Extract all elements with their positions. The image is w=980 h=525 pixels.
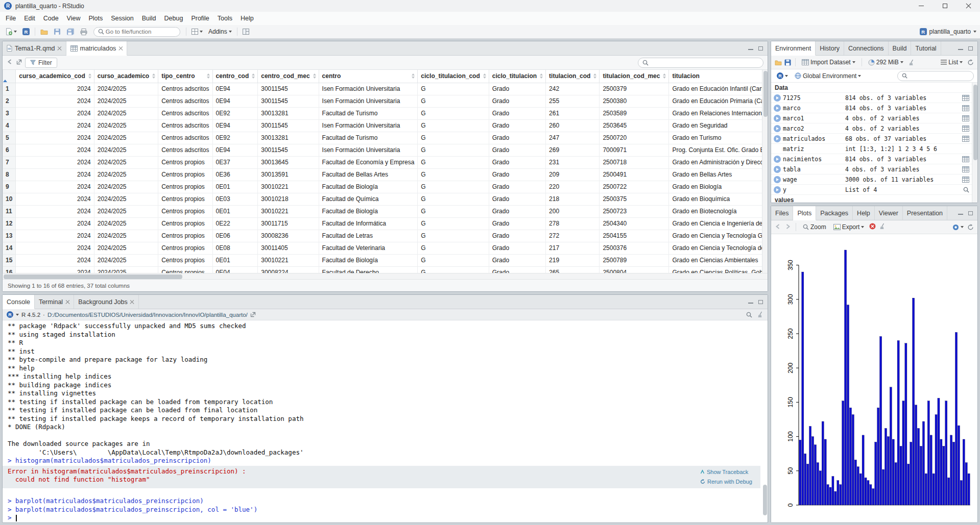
- filter-button[interactable]: Filter: [25, 58, 57, 68]
- project-menu-button[interactable]: R plantilla_quarto: [920, 28, 976, 35]
- column-header-ciclo_titulacion_cod[interactable]: ciclo_titulacion_cod: [418, 70, 489, 83]
- close-tab-icon[interactable]: [118, 46, 123, 51]
- environment-selector[interactable]: Global Environment: [793, 71, 863, 81]
- column-header-titulacion_cod[interactable]: titulacion_cod: [546, 70, 600, 83]
- maximize-pane-icon[interactable]: [758, 46, 763, 51]
- remove-plot-button[interactable]: [869, 223, 876, 231]
- menu-view[interactable]: View: [63, 13, 85, 24]
- table-row[interactable]: 1220242024/2025Centros propios0E22300117…: [3, 217, 768, 230]
- table-row[interactable]: 620242024/2025Centros adscritos0E9430011…: [3, 144, 768, 156]
- tab-connections[interactable]: Connections: [844, 41, 889, 55]
- close-tab-icon[interactable]: [130, 300, 134, 304]
- addins-button[interactable]: Addins: [206, 27, 234, 36]
- minimize-button[interactable]: [910, 0, 933, 12]
- tab-console[interactable]: Console: [3, 295, 35, 309]
- open-folder-icon[interactable]: [775, 60, 782, 65]
- column-header-titulacion[interactable]: titulacion: [669, 70, 768, 83]
- tab-environment[interactable]: Environment: [771, 41, 816, 56]
- tab-terminal[interactable]: Terminal: [35, 295, 74, 309]
- tab-history[interactable]: History: [816, 41, 844, 55]
- env-object-matriz[interactable]: matrizint [1:3, 1:2] 1 2 3 4 5 6: [771, 144, 977, 154]
- column-header-centro_cod[interactable]: centro_cod: [212, 70, 258, 83]
- close-tab-icon[interactable]: [65, 300, 69, 304]
- minimize-pane-icon[interactable]: [958, 47, 963, 50]
- table-row[interactable]: 820242024/2025Centros propios0E363001359…: [3, 168, 768, 181]
- minimize-pane-icon[interactable]: [748, 301, 753, 304]
- save-all-button[interactable]: [64, 27, 77, 36]
- env-object-71275[interactable]: 71275814 obs. of 3 variables: [771, 93, 977, 103]
- pane-layout-button[interactable]: [241, 28, 251, 36]
- rerun-with-debug-link[interactable]: Rerun with Debug: [700, 478, 752, 486]
- env-object-nacimientos[interactable]: nacimientos814 obs. of 3 variables: [771, 154, 977, 164]
- expand-icon[interactable]: [774, 105, 781, 112]
- refresh-icon[interactable]: [967, 59, 974, 66]
- table-row[interactable]: 220242024/2025Centros adscritos0E9430011…: [3, 95, 768, 107]
- goto-file-search[interactable]: [93, 27, 180, 37]
- expand-icon[interactable]: [774, 125, 781, 132]
- console-body[interactable]: ** package 'Rdpack' successfully unpacke…: [3, 320, 768, 522]
- scrollbar-thumb[interactable]: [4, 274, 182, 279]
- save-button[interactable]: [52, 27, 63, 36]
- menu-debug[interactable]: Debug: [160, 13, 187, 24]
- tab-plots[interactable]: Plots: [793, 206, 816, 220]
- env-object-tabla[interactable]: tabla4 obs. of 3 variables: [771, 164, 977, 174]
- row-number-header[interactable]: [3, 70, 16, 83]
- view-table-icon[interactable]: [962, 166, 969, 172]
- expand-icon[interactable]: [774, 186, 781, 193]
- expand-icon[interactable]: [774, 115, 781, 122]
- goto-file-input[interactable]: [106, 29, 176, 35]
- column-header-ciclo_titulacion[interactable]: ciclo_titulacion: [489, 70, 545, 83]
- menu-session[interactable]: Session: [107, 13, 137, 24]
- table-row[interactable]: 520242024/2025Centros adscritos0E9230013…: [3, 132, 768, 144]
- clear-environment-broom-icon[interactable]: [908, 59, 915, 66]
- table-row[interactable]: 1020242024/2025Centros propios0E03300102…: [3, 193, 768, 205]
- menu-code[interactable]: Code: [39, 13, 63, 24]
- search-icon[interactable]: [746, 312, 752, 318]
- list-view-button[interactable]: List: [939, 58, 965, 67]
- table-row[interactable]: 720242024/2025Centros propios0E373001364…: [3, 156, 768, 168]
- menu-plots[interactable]: Plots: [84, 13, 107, 24]
- maximize-button[interactable]: [933, 0, 957, 12]
- maximize-pane-icon[interactable]: [758, 300, 763, 304]
- tab-help[interactable]: Help: [853, 206, 875, 220]
- inspect-object-icon[interactable]: [963, 187, 969, 193]
- scrollbar-thumb[interactable]: [763, 485, 767, 515]
- show-traceback-link[interactable]: Show Traceback: [700, 468, 748, 477]
- refresh-icon[interactable]: [967, 224, 974, 231]
- expand-icon[interactable]: [774, 156, 781, 163]
- import-dataset-button[interactable]: Import Dataset: [800, 58, 857, 67]
- menu-tools[interactable]: Tools: [213, 13, 236, 24]
- view-table-icon[interactable]: [962, 115, 969, 121]
- console-scrollbar[interactable]: [762, 320, 768, 522]
- clear-plots-button[interactable]: [879, 223, 886, 231]
- table-horizontal-scrollbar[interactable]: [3, 273, 768, 279]
- environment-search-box[interactable]: [897, 71, 974, 81]
- expand-icon[interactable]: [774, 94, 781, 102]
- minimize-pane-icon[interactable]: [748, 47, 753, 50]
- env-object-marco2[interactable]: marco24 obs. of 2 variables: [771, 123, 977, 134]
- table-row[interactable]: 920242024/2025Centros propios0E013001022…: [3, 181, 768, 193]
- export-button[interactable]: Export: [831, 222, 867, 232]
- view-table-icon[interactable]: [962, 136, 969, 142]
- env-object-y[interactable]: yList of 4: [771, 185, 977, 195]
- language-selector[interactable]: R: [775, 71, 790, 80]
- table-row[interactable]: 1520242024/2025Centros propios0E01300102…: [3, 254, 768, 266]
- publish-button[interactable]: [952, 224, 964, 231]
- table-row[interactable]: 1420242024/2025Centros propios0E08300114…: [3, 242, 768, 254]
- table-vertical-scrollbar[interactable]: [762, 70, 768, 273]
- tab-tema1-r-qmd[interactable]: Tema1-R.qmd: [3, 41, 66, 55]
- open-file-button[interactable]: [38, 28, 50, 36]
- menu-build[interactable]: Build: [138, 13, 160, 24]
- back-button[interactable]: [7, 59, 13, 66]
- expand-icon[interactable]: [774, 135, 781, 142]
- tab-files[interactable]: Files: [771, 206, 793, 220]
- table-search-box[interactable]: [638, 58, 763, 68]
- column-header-tipo_centro[interactable]: tipo_centro: [158, 70, 212, 83]
- table-row[interactable]: 1320242024/2025Centros propios0E06300082…: [3, 230, 768, 242]
- column-header-curso_academico_cod[interactable]: curso_academico_cod: [16, 70, 94, 83]
- save-icon[interactable]: [784, 59, 791, 66]
- tab-build[interactable]: Build: [889, 41, 912, 55]
- tab-viewer[interactable]: Viewer: [875, 206, 903, 220]
- console-prompt[interactable]: >: [8, 514, 760, 522]
- print-button[interactable]: [78, 28, 89, 36]
